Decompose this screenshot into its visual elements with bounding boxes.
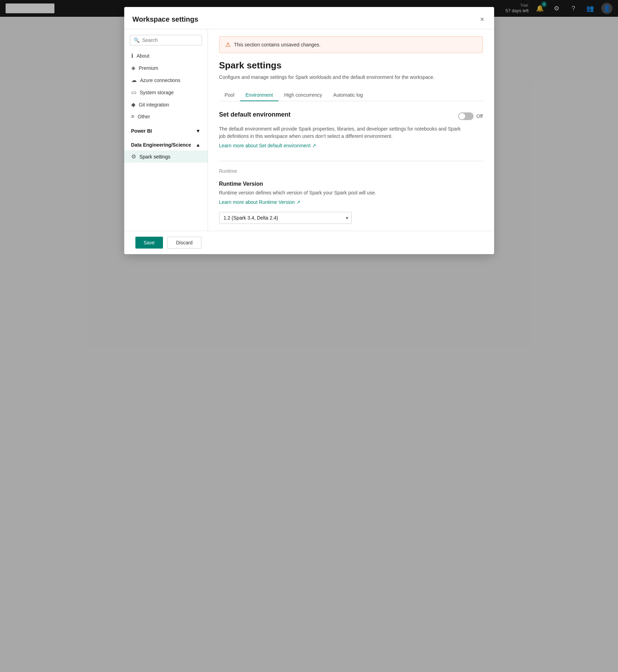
modal-close-button[interactable]: ×	[479, 14, 486, 17]
modal-header: Workspace settings ×	[124, 7, 494, 17]
workspace-settings-modal: Workspace settings × 🔍 ℹ About ◈ Premium…	[124, 7, 494, 17]
modal-title: Workspace settings	[133, 15, 199, 17]
modal-backdrop: Workspace settings × 🔍 ℹ About ◈ Premium…	[0, 0, 618, 17]
